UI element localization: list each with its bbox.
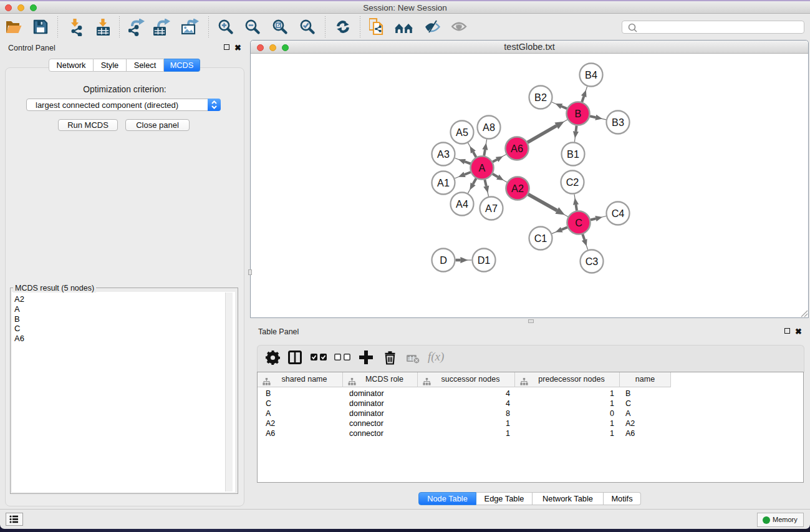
svg-text:B2: B2 (534, 92, 547, 103)
svg-text:C4: C4 (612, 208, 625, 219)
svg-text:D1: D1 (478, 254, 491, 266)
svg-text:A6: A6 (511, 143, 523, 154)
svg-text:B3: B3 (612, 117, 624, 128)
svg-text:B4: B4 (585, 69, 597, 80)
svg-text:B1: B1 (567, 148, 579, 160)
svg-text:A4: A4 (456, 198, 468, 210)
svg-text:C2: C2 (566, 177, 579, 188)
svg-text:C1: C1 (534, 233, 547, 244)
svg-text:C3: C3 (586, 256, 599, 267)
svg-text:A8: A8 (483, 122, 495, 133)
svg-text:D: D (440, 254, 447, 266)
svg-text:A7: A7 (485, 203, 498, 214)
svg-text:B: B (575, 108, 582, 119)
svg-text:A3: A3 (437, 148, 450, 160)
svg-text:A: A (479, 162, 486, 173)
svg-text:A5: A5 (456, 127, 468, 138)
svg-text:C: C (575, 217, 582, 228)
svg-text:A2: A2 (511, 183, 524, 194)
svg-text:A1: A1 (437, 177, 450, 188)
